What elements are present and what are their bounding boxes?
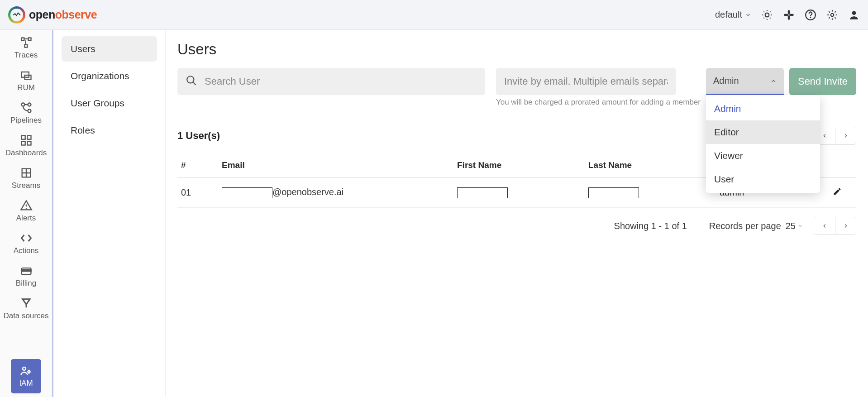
nav-rum[interactable]: RUM bbox=[0, 64, 52, 97]
svg-point-0 bbox=[765, 13, 769, 17]
edit-icon[interactable] bbox=[833, 188, 842, 198]
redacted-box bbox=[222, 187, 272, 198]
svg-rect-11 bbox=[24, 45, 27, 48]
col-first-name: First Name bbox=[453, 153, 585, 178]
svg-point-6 bbox=[810, 17, 811, 18]
cell-index: 01 bbox=[177, 178, 218, 208]
left-nav: Traces RUM Pipelines Dashboards Streams … bbox=[0, 30, 53, 397]
nav-traces[interactable]: Traces bbox=[0, 32, 52, 64]
chevron-up-icon bbox=[770, 78, 777, 84]
role-option-user[interactable]: User bbox=[706, 167, 820, 191]
svg-rect-20 bbox=[27, 141, 31, 145]
pager-bottom bbox=[814, 217, 856, 235]
slack-icon[interactable] bbox=[783, 9, 795, 21]
nav-datasources[interactable]: Data sources bbox=[0, 292, 52, 325]
svg-rect-23 bbox=[21, 270, 31, 272]
svg-rect-19 bbox=[21, 141, 25, 145]
cell-last-name bbox=[585, 178, 716, 208]
chevron-down-icon bbox=[745, 12, 751, 18]
search-input[interactable] bbox=[177, 68, 485, 95]
subnav-organizations[interactable]: Organizations bbox=[62, 63, 157, 89]
redacted-box bbox=[457, 187, 508, 198]
charge-note: You will be charged a prorated amount fo… bbox=[496, 98, 701, 107]
svg-point-25 bbox=[28, 371, 30, 373]
nav-dashboards[interactable]: Dashboards bbox=[0, 129, 52, 162]
org-label: default bbox=[715, 10, 742, 20]
role-select[interactable]: Admin Admin Editor Viewer User bbox=[706, 68, 784, 95]
svg-point-8 bbox=[852, 11, 856, 15]
chevron-down-icon bbox=[797, 223, 803, 229]
nav-streams[interactable]: Streams bbox=[0, 162, 52, 195]
svg-rect-3 bbox=[784, 14, 788, 15]
pager-top bbox=[814, 127, 856, 145]
logo[interactable]: openobserve bbox=[8, 6, 97, 24]
rpp-label: Records per page bbox=[709, 221, 781, 231]
search-icon bbox=[186, 75, 197, 88]
page-title: Users bbox=[177, 41, 856, 58]
svg-rect-4 bbox=[789, 14, 794, 15]
table-footer: Showing 1 - 1 of 1 Records per page 25 bbox=[177, 217, 856, 235]
role-option-viewer[interactable]: Viewer bbox=[706, 144, 820, 167]
org-selector[interactable]: default bbox=[715, 10, 751, 20]
nav-alerts[interactable]: Alerts bbox=[0, 195, 52, 227]
main-content: Users You will be charged a prorated amo… bbox=[166, 30, 868, 397]
role-option-admin[interactable]: Admin bbox=[706, 97, 820, 120]
nav-actions[interactable]: Actions bbox=[0, 227, 52, 260]
pager-prev[interactable] bbox=[814, 217, 835, 234]
svg-rect-18 bbox=[27, 136, 31, 139]
svg-point-15 bbox=[28, 110, 31, 113]
top-bar: openobserve default bbox=[0, 0, 868, 30]
subnav-user-groups[interactable]: User Groups bbox=[62, 91, 157, 116]
nav-billing[interactable]: Billing bbox=[0, 260, 52, 292]
svg-point-26 bbox=[187, 76, 194, 83]
role-select-value: Admin bbox=[713, 76, 739, 86]
col-email: Email bbox=[218, 153, 453, 178]
user-avatar-icon[interactable] bbox=[848, 9, 860, 21]
help-icon[interactable] bbox=[805, 9, 816, 21]
logo-ring-icon bbox=[8, 6, 25, 24]
pager-next[interactable] bbox=[835, 127, 856, 144]
iam-subnav: Users Organizations User Groups Roles bbox=[53, 30, 166, 397]
theme-toggle-icon[interactable] bbox=[761, 9, 773, 21]
redacted-box bbox=[588, 187, 639, 198]
subnav-roles[interactable]: Roles bbox=[62, 118, 157, 143]
svg-point-16 bbox=[28, 103, 31, 106]
svg-rect-1 bbox=[788, 10, 790, 14]
rpp-value[interactable]: 25 bbox=[786, 221, 803, 231]
nav-iam[interactable]: IAM bbox=[11, 359, 41, 393]
svg-point-7 bbox=[831, 13, 834, 16]
logo-text: openobserve bbox=[29, 8, 97, 21]
invite-email-input[interactable] bbox=[496, 68, 676, 95]
svg-rect-2 bbox=[788, 15, 790, 20]
svg-rect-10 bbox=[28, 38, 31, 41]
col-last-name: Last Name bbox=[585, 153, 716, 178]
showing-text: Showing 1 - 1 of 1 bbox=[614, 221, 687, 231]
subnav-users[interactable]: Users bbox=[62, 36, 157, 62]
role-option-editor[interactable]: Editor bbox=[706, 120, 820, 144]
cell-email: @openobserve.ai bbox=[218, 178, 453, 208]
svg-rect-17 bbox=[21, 136, 25, 139]
nav-pipelines[interactable]: Pipelines bbox=[0, 97, 52, 129]
col-index: # bbox=[177, 153, 218, 178]
svg-point-24 bbox=[23, 367, 26, 370]
send-invite-button[interactable]: Send Invite bbox=[789, 68, 856, 95]
svg-point-14 bbox=[21, 103, 24, 106]
settings-icon[interactable] bbox=[826, 9, 838, 21]
pager-next[interactable] bbox=[835, 217, 856, 234]
user-count: 1 User(s) bbox=[177, 130, 220, 142]
role-dropdown-menu: Admin Editor Viewer User bbox=[706, 95, 820, 193]
svg-rect-9 bbox=[21, 38, 24, 41]
cell-first-name bbox=[453, 178, 585, 208]
